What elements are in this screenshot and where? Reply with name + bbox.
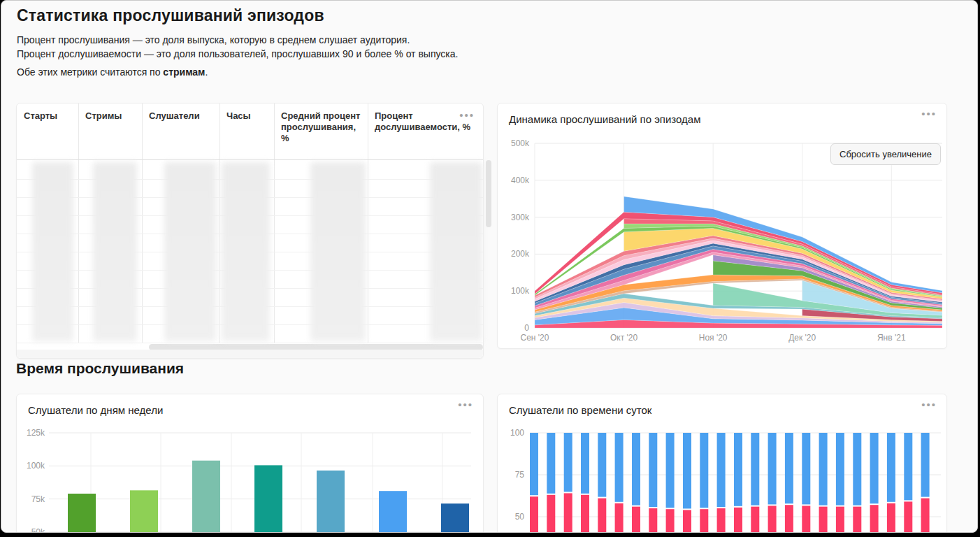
metrics-note-text: Обе этих метрики считаются по [17, 66, 163, 78]
svg-text:Сен '20: Сен '20 [521, 333, 549, 343]
listening-time-section-title: Время прослушивания [16, 360, 184, 377]
table-footer [17, 350, 483, 358]
svg-text:Янв '21: Янв '21 [877, 333, 906, 343]
daytime-menu-icon[interactable]: ••• [921, 399, 937, 410]
redacted-data-column [430, 162, 482, 341]
svg-text:400k: 400k [511, 176, 530, 185]
svg-text:0: 0 [524, 323, 529, 333]
daytime-listeners-chart[interactable]: 5075100 [498, 420, 948, 533]
episodes-dynamics-card: Динамика прослушиваний по эпизодам ••• 0… [497, 103, 947, 349]
row-divider [17, 343, 483, 343]
description-line-2: Процент дослушиваемости — это доля польз… [17, 47, 458, 61]
description-line-1: Процент прослушивания — это доля выпуска… [17, 33, 458, 47]
weekday-menu-icon[interactable]: ••• [458, 399, 473, 410]
svg-text:500k: 500k [511, 138, 530, 148]
svg-text:200k: 200k [511, 249, 530, 259]
redacted-data-column [164, 162, 216, 341]
svg-text:300k: 300k [511, 213, 530, 222]
reset-zoom-button[interactable]: Сбросить увеличение [830, 143, 941, 165]
page-title: Статистика прослушиваний эпизодов [17, 6, 324, 25]
metrics-note: Обе этих метрики считаются по стримам. [17, 66, 208, 78]
svg-text:50k: 50k [31, 527, 45, 533]
svg-text:Окт '20: Окт '20 [610, 333, 638, 343]
redacted-data-column [32, 162, 73, 341]
page-description: Процент прослушивания — это доля выпуска… [17, 33, 458, 61]
episodes-dynamics-menu-icon[interactable]: ••• [921, 108, 937, 120]
svg-text:75k: 75k [31, 494, 45, 504]
weekday-listeners-chart[interactable]: 50k75k100k125k [17, 420, 484, 533]
header-divider [17, 159, 483, 160]
svg-text:100k: 100k [27, 461, 45, 471]
daytime-listeners-title: Слушатели по времени суток [509, 404, 651, 416]
weekday-listeners-title: Слушатели по дням недели [28, 404, 163, 416]
podcast-stats-page: Статистика прослушиваний эпизодов Процен… [1, 0, 978, 533]
column-header-4: Часы [219, 103, 274, 159]
svg-text:75: 75 [515, 470, 525, 480]
metrics-note-period: . [205, 66, 208, 78]
column-header-5: Средний процент прослушивания, % [274, 103, 368, 159]
column-header-6: Процент дослушиваемости, % [368, 103, 484, 159]
redacted-data-column [310, 162, 366, 341]
svg-text:Дек '20: Дек '20 [788, 333, 816, 343]
column-header-2: Стримы [78, 103, 142, 159]
table-vertical-scrollbar[interactable] [486, 160, 491, 227]
redacted-data-column [222, 162, 270, 341]
column-header-3: Слушатели [142, 103, 219, 159]
svg-text:100k: 100k [511, 286, 530, 296]
column-header-1: Старты [17, 103, 78, 159]
svg-text:Ноя '20: Ноя '20 [699, 333, 728, 343]
weekday-listeners-card: Слушатели по дням недели ••• 50k75k100k1… [16, 394, 484, 533]
episodes-dynamics-title: Динамика прослушиваний по эпизодам [509, 113, 701, 125]
metrics-note-bold: стримам [163, 66, 205, 78]
svg-text:125k: 125k [27, 428, 45, 438]
svg-text:100: 100 [510, 428, 524, 438]
redacted-data-column [93, 162, 137, 341]
daytime-listeners-card: Слушатели по времени суток ••• 5075100 [497, 394, 947, 533]
episodes-table-card: ••• СтартыСтримыСлушателиЧасыСредний про… [16, 103, 484, 359]
svg-text:50: 50 [515, 512, 525, 522]
